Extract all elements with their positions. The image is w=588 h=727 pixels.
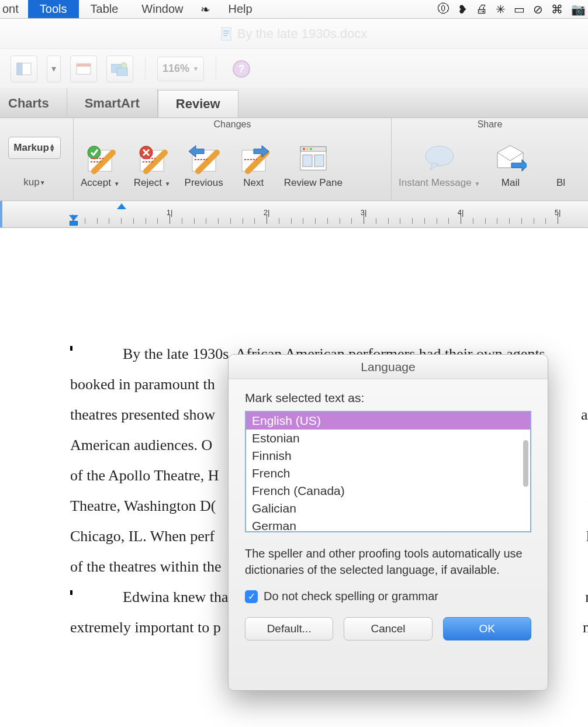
reject-button[interactable]: Reject ▼ (127, 140, 178, 193)
group-share: Share Instant Message ▼ Mail Bl (392, 118, 588, 200)
sidebar-dropdown-button[interactable]: ▾ (47, 56, 61, 82)
chevron-down-icon: ▼ (473, 181, 480, 187)
group-label-share: Share (392, 119, 588, 130)
mail-icon (494, 142, 527, 175)
sidebar-toggle-button[interactable] (11, 56, 37, 82)
menu-label: ont (2, 2, 19, 16)
svg-rect-7 (77, 64, 91, 67)
accept-button[interactable]: Accept ▼ (74, 140, 127, 193)
svg-rect-3 (223, 35, 227, 36)
blog-label: Bl (556, 177, 565, 189)
svg-rect-1 (223, 30, 229, 32)
tab-review[interactable]: Review (158, 90, 238, 117)
markup-secondary-selector[interactable]: kup ▼ (21, 176, 47, 188)
view-options-button[interactable] (70, 56, 97, 82)
next-label: Next (243, 177, 264, 189)
chevron-down-icon: ▼ (40, 179, 46, 186)
left-indent-marker[interactable] (70, 221, 78, 226)
zoom-selector[interactable]: 116% ▼ (157, 57, 204, 81)
menu-tools[interactable]: Tools (28, 0, 79, 18)
keychain-icon[interactable]: 🄋 (438, 2, 449, 16)
menu-window[interactable]: Window (130, 0, 195, 18)
next-button[interactable]: Next (230, 140, 277, 193)
tab-smartart[interactable]: SmartArt (67, 89, 158, 117)
evernote-icon[interactable]: ❥ (458, 2, 468, 16)
menubar: ont Tools Table Window ❧ Help 🄋 ❥ 🖨 ✳ ▭ … (0, 0, 588, 19)
do-not-disturb-icon[interactable]: ⊘ (533, 2, 543, 16)
camera-icon[interactable]: 📷 (571, 2, 586, 16)
tab-label: Review (176, 96, 220, 112)
svg-rect-31 (314, 155, 324, 167)
ribbon-body: Markup ▲▼ kup ▼ Changes Accept ▼ (0, 118, 588, 201)
button-label: Default... (267, 622, 312, 635)
previous-icon (188, 142, 220, 175)
language-option[interactable]: German (246, 517, 530, 532)
menu-font-cut[interactable]: ont (0, 0, 28, 18)
dialog-label: Mark selected text as: (245, 391, 531, 405)
reject-label: Reject (134, 177, 162, 188)
chevron-down-icon[interactable]: ▼ (112, 181, 120, 187)
group-label-changes: Changes (74, 119, 391, 130)
media-browser-button[interactable] (106, 56, 133, 82)
display-icon[interactable]: ▭ (514, 2, 525, 16)
default-button[interactable]: Default... (245, 617, 333, 641)
menu-script-icon[interactable]: ❧ (195, 0, 216, 18)
review-pane-button[interactable]: Review Pane (277, 140, 350, 193)
svg-rect-9 (117, 68, 127, 76)
language-option[interactable]: Estonian (246, 430, 530, 447)
accept-label: Accept (81, 177, 111, 188)
printer-icon[interactable]: 🖨 (476, 2, 487, 16)
svg-text:?: ? (238, 63, 244, 75)
document-titlebar: By the late 1930s.docx (0, 19, 588, 49)
markup-display-selector[interactable]: Markup ▲▼ (8, 137, 60, 159)
checkbox-checked-icon[interactable]: ✓ (245, 590, 258, 603)
tab-charts[interactable]: Charts (0, 89, 67, 117)
stepper-icon: ▲▼ (49, 144, 56, 152)
group-tracking: Markup ▲▼ kup ▼ (0, 118, 74, 200)
hanging-indent-marker[interactable] (69, 215, 78, 221)
chevron-down-icon[interactable]: ▼ (163, 181, 171, 187)
keyboard-shortcut-icon[interactable]: ⌘ (551, 2, 563, 16)
language-list[interactable]: English (US)EstonianFinnishFrenchFrench … (245, 411, 531, 532)
menu-label: Tools (40, 2, 67, 16)
document-title-text: By the late 1930s.docx (237, 26, 368, 41)
svg-rect-2 (223, 33, 229, 34)
language-option[interactable]: Finnish (246, 447, 530, 465)
zoom-value: 116% (162, 63, 189, 75)
previous-button[interactable]: Previous (178, 140, 230, 193)
mail-button[interactable]: Mail (487, 140, 534, 193)
button-label: OK (479, 622, 495, 635)
blog-icon (544, 142, 577, 175)
menu-help[interactable]: Help (216, 0, 264, 18)
blog-button-cut[interactable]: Bl (534, 140, 584, 193)
first-line-indent-marker[interactable] (117, 203, 126, 209)
menu-label: Window (141, 2, 183, 16)
dialog-info-text: The speller and other proofing tools aut… (245, 545, 531, 578)
reject-icon (136, 142, 168, 175)
horizontal-ruler[interactable]: 1|2|3|4|5| (0, 201, 588, 228)
language-option[interactable]: French (Canada) (246, 482, 530, 500)
instant-message-button: Instant Message ▼ (392, 140, 487, 193)
menu-label: Table (91, 2, 119, 16)
language-option[interactable]: French (246, 465, 530, 482)
language-option[interactable]: Galician (246, 500, 530, 517)
accept-icon (84, 142, 116, 175)
language-dialog: Language Mark selected text as: English … (228, 354, 548, 691)
scrollbar-thumb[interactable] (523, 440, 528, 487)
chat-bubble-icon (423, 142, 456, 175)
cancel-button[interactable]: Cancel (344, 617, 432, 641)
next-icon (237, 142, 270, 175)
document-icon (221, 27, 233, 41)
checkbox-row[interactable]: ✓ Do not check spelling or grammar (245, 590, 531, 603)
help-button[interactable]: ? (228, 56, 255, 82)
mail-label: Mail (501, 177, 520, 189)
menu-label: Help (228, 2, 252, 16)
menu-table[interactable]: Table (79, 0, 130, 18)
ok-button[interactable]: OK (443, 617, 531, 641)
language-option[interactable]: English (US) (246, 412, 530, 430)
dropdown-icon: ▼ (193, 65, 199, 72)
svg-point-14 (88, 146, 101, 159)
svg-rect-5 (17, 63, 22, 75)
markup-label: Markup (13, 142, 49, 154)
brightness-icon[interactable]: ✳ (496, 2, 506, 16)
